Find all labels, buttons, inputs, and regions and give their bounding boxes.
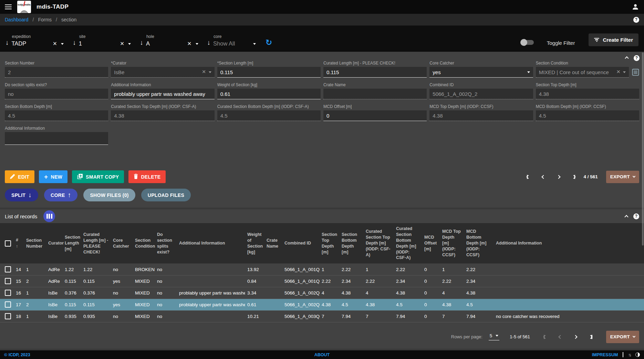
table-row[interactable]: 172IsBe0.1150.115yesMIXEDnoproblably upp…	[0, 299, 644, 310]
column-header-section-bottom-depth-m[interactable]: Section Bottom Depth [m]	[340, 223, 364, 263]
column-header-curator[interactable]: Curator	[46, 223, 63, 263]
delete-button[interactable]: DELETE	[128, 170, 166, 183]
form-help-icon[interactable]: ?	[634, 55, 640, 61]
smart-copy-button[interactable]: SMART COPY	[72, 170, 124, 183]
table-row[interactable]: 152AdRe0.1150.115yesMIXEDno0.845066_1_A_…	[0, 275, 644, 287]
refresh-icon[interactable]: ↻	[266, 39, 272, 46]
page-help-icon[interactable]: ?	[633, 17, 639, 23]
dropdown-caret-icon[interactable]	[209, 71, 211, 73]
column-header-curated-section-bottom-depth-m-iodp-csf-a[interactable]: Curated Section Bottom Depth [m] (IODP: …	[394, 223, 422, 263]
field-input[interactable]	[5, 132, 108, 145]
dropdown-caret-icon[interactable]	[527, 71, 530, 73]
toggle-filter-switch[interactable]	[521, 40, 534, 45]
scrollbar[interactable]	[642, 52, 644, 246]
filter-field-hole[interactable]: ↓holeA×	[140, 34, 198, 47]
column-header-additional-information[interactable]: Additional Information	[494, 223, 644, 263]
column-header-mcd-offset-m[interactable]: MCD Offset [m]	[422, 223, 440, 263]
menu-icon[interactable]	[5, 3, 12, 11]
select-all-checkbox[interactable]	[5, 240, 11, 247]
filter-field-expedition[interactable]: ↓expeditionTADP×	[6, 34, 64, 47]
list-icon[interactable]	[632, 69, 639, 76]
copyright-link[interactable]: © ICDP, 2023	[4, 352, 30, 357]
first-page-button[interactable]	[544, 335, 547, 339]
filter-field-core[interactable]: ↓coreShow All	[207, 34, 256, 47]
field-input[interactable]: 0.115	[217, 67, 321, 78]
field-input[interactable]: problably upper partr was washed away	[111, 89, 214, 99]
row-checkbox[interactable]	[5, 313, 11, 319]
show-files-0-button[interactable]: SHOW FILES (0)	[83, 189, 135, 201]
new-button[interactable]: +NEW	[39, 170, 67, 183]
edit-button[interactable]: EDIT	[5, 170, 34, 183]
table-row[interactable]: 181IsBe0.9350.935noMIXEDno10.215066_1_A_…	[0, 310, 644, 322]
clear-icon[interactable]: ×	[187, 41, 191, 46]
last-page-button[interactable]	[572, 175, 575, 179]
export-button[interactable]: EXPORT	[606, 171, 639, 183]
core-button[interactable]: CORE↑	[44, 189, 77, 201]
prev-page-button[interactable]	[559, 336, 562, 338]
upload-files-button[interactable]: UPLOAD FILES	[141, 189, 191, 201]
next-page-button[interactable]	[557, 176, 560, 178]
breadcrumb-item-dashboard[interactable]: Dashboard	[5, 17, 29, 22]
column-header-do-section-splits-exist[interactable]: Do section splits exist?	[155, 223, 177, 263]
records-help-icon[interactable]: ?	[633, 213, 639, 219]
table-cell: 5066_1_A_002Q_2	[282, 299, 320, 310]
column-header-[interactable]: #↑	[14, 223, 24, 263]
clear-icon[interactable]: ×	[202, 69, 206, 74]
contrast-icon[interactable]	[635, 352, 640, 357]
column-header-mcd-bottom-depth-m-iodp-ccsf[interactable]: MCD Bottom Depth [m] (IODP: CCSF)	[464, 223, 494, 263]
swap-vertical-icon[interactable]: ↑↓	[628, 352, 631, 357]
form-collapse-icon[interactable]	[625, 55, 628, 61]
row-checkbox[interactable]	[5, 278, 11, 284]
column-header-section-length-m[interactable]: Section Length [m]	[63, 223, 81, 263]
rows-per-page-select[interactable]: 5	[489, 333, 500, 340]
filter-list-icon	[594, 37, 599, 43]
field-input[interactable]: 0	[323, 110, 427, 121]
dropdown-caret-icon[interactable]	[61, 43, 64, 45]
table-export-button[interactable]: EXPORT	[606, 331, 639, 343]
row-checkbox[interactable]	[5, 266, 11, 272]
table-row[interactable]: 161IsBe0.3760.376noMIXEDnoproblably uppe…	[0, 287, 644, 299]
column-header-core-catcher[interactable]: Core Catcher	[111, 223, 133, 263]
column-header-curated-length-m-please-check[interactable]: Curated Length [m] - PLEASE CHECK!	[81, 223, 111, 263]
column-header-section-top-depth-m[interactable]: Section Top Depth [m]	[320, 223, 340, 263]
column-header-section-number[interactable]: Section Number	[24, 223, 46, 263]
plus-icon: +	[44, 173, 48, 180]
prev-page-button[interactable]	[542, 176, 545, 178]
column-visibility-button[interactable]	[43, 210, 55, 222]
clear-icon[interactable]: ×	[616, 69, 620, 74]
field-input[interactable]: 0.115	[323, 67, 427, 78]
table-cell: 2.34	[340, 275, 364, 287]
dropdown-caret-icon[interactable]	[196, 43, 198, 45]
first-page-button[interactable]	[527, 175, 530, 179]
field-input[interactable]: yes	[429, 67, 533, 78]
column-header-additional-information[interactable]: Additional Information	[177, 223, 245, 263]
create-filter-button[interactable]: Create Filter	[589, 33, 638, 46]
column-header-combined-id[interactable]: Combined ID	[282, 223, 320, 263]
clear-icon[interactable]: ×	[120, 41, 124, 46]
user-icon[interactable]	[632, 3, 639, 11]
column-header-section-condition[interactable]: Section Condition	[133, 223, 155, 263]
split-button[interactable]: SPLIT↓	[5, 189, 38, 201]
clear-icon[interactable]: ×	[53, 41, 57, 46]
row-checkbox[interactable]	[5, 290, 11, 296]
row-select-cell	[0, 287, 14, 299]
last-page-button[interactable]	[589, 335, 592, 339]
about-link[interactable]: ABOUT	[314, 352, 330, 357]
form-field-curated-section-top-depth-m-iodp-csf-a: Curated Section Top Depth [m] (IODP: CSF…	[111, 104, 214, 121]
column-header-mcd-top-depth-m-iodp-ccsf[interactable]: MCD Top Depth [m] (IODP: CCSF)	[440, 223, 464, 263]
impressum-link[interactable]: IMPRESSUM	[592, 352, 618, 357]
column-header-weight-of-section-kg[interactable]: Weight of Section [kg]	[245, 223, 264, 263]
field-input[interactable]: 0.61	[217, 89, 321, 99]
records-collapse-icon[interactable]	[625, 213, 628, 219]
next-page-button[interactable]	[574, 336, 577, 338]
dropdown-caret-icon[interactable]	[253, 43, 256, 45]
filter-field-site[interactable]: ↓site1×	[73, 34, 131, 47]
column-header-crate-name[interactable]: Crate Name	[264, 223, 282, 263]
table-cell: MIXED	[133, 299, 155, 310]
column-header-curated-section-top-depth-m-iodp-csf-a[interactable]: Curated Section Top Depth [m] (IODP: CSF…	[364, 223, 394, 263]
field-label: MCD Offset [m]	[323, 104, 427, 109]
dropdown-caret-icon[interactable]	[623, 71, 626, 73]
table-row[interactable]: 141AdRe1.221.22noBROKENno13.925066_1_A_0…	[0, 263, 644, 275]
dropdown-caret-icon[interactable]	[128, 43, 131, 45]
row-checkbox[interactable]	[5, 301, 11, 308]
